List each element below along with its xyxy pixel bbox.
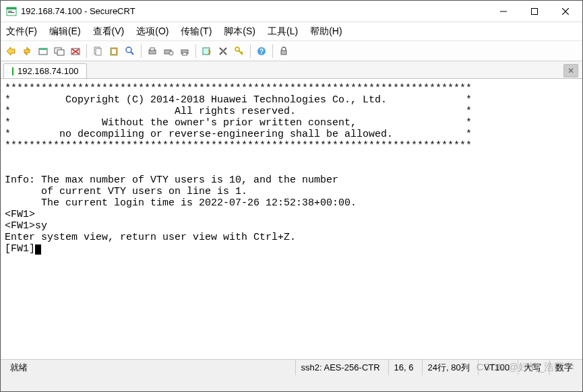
svg-rect-17 [96,48,101,55]
titlebar: 192.168.74.100 - SecureCRT [1,1,582,22]
svg-rect-8 [24,50,30,53]
tab-label: 192.168.74.100 [18,66,78,76]
print-screen-icon[interactable] [177,44,192,59]
print-setup-icon[interactable] [161,44,176,59]
key-icon[interactable] [232,44,247,59]
svg-rect-19 [112,49,116,54]
svg-rect-12 [57,50,64,55]
maximize-button[interactable] [519,1,550,22]
session-options-icon[interactable] [52,44,67,59]
menu-view[interactable]: 查看(V) [93,26,125,38]
menu-script[interactable]: 脚本(S) [224,26,255,38]
quick-connect-icon[interactable] [3,44,18,59]
status-size: 24行, 80列 [422,360,475,375]
svg-line-21 [131,52,133,55]
svg-rect-23 [150,48,154,51]
find-icon[interactable] [123,44,137,59]
window-title: 192.168.74.100 - SecureCRT [21,6,488,16]
svg-rect-10 [39,48,47,50]
svg-rect-37 [281,51,286,55]
lock-icon[interactable] [276,44,291,59]
menu-edit[interactable]: 编辑(E) [49,26,81,38]
menu-help[interactable]: 帮助(H) [310,26,342,38]
separator [86,44,87,58]
sessions-icon[interactable] [36,44,51,59]
terminal-output[interactable]: ****************************************… [1,79,582,359]
svg-rect-5 [532,8,538,14]
cursor [35,244,41,255]
reconnect-icon[interactable] [20,44,34,59]
svg-point-31 [222,50,224,53]
menu-tools[interactable]: 工具(L) [268,26,298,38]
separator [250,44,251,58]
app-icon [6,6,17,17]
menubar: 文件(F) 编辑(E) 查看(V) 选项(O) 传输(T) 脚本(S) 工具(L… [1,22,582,41]
help-icon[interactable]: ? [254,44,269,59]
paste-icon[interactable] [106,44,121,59]
settings-icon[interactable] [216,44,231,59]
toolbar: ? [1,41,582,61]
separator [141,44,142,58]
separator [272,44,273,58]
watermark: CSDN @好的_浩同学 [477,361,574,374]
disconnect-icon[interactable] [68,44,83,59]
tabbar: 192.168.74.100 ✕ [1,61,582,79]
status-protocol: ssh2: AES-256-CTR [295,360,386,375]
status-indicator-icon [12,67,13,75]
close-button[interactable] [550,1,581,22]
separator [195,44,196,58]
svg-rect-2 [8,11,12,11]
menu-file[interactable]: 文件(F) [6,26,37,38]
svg-point-20 [126,47,131,53]
copy-icon[interactable] [90,44,105,59]
minimize-button[interactable] [488,1,519,22]
svg-line-34 [241,52,243,53]
print-icon[interactable] [145,44,160,59]
close-tab-icon[interactable]: ✕ [563,64,578,77]
menu-transfer[interactable]: 传输(T) [181,26,212,38]
status-ready: 就绪 [5,360,293,375]
svg-rect-27 [183,53,187,55]
svg-rect-3 [8,12,14,13]
session-tab[interactable]: 192.168.74.100 [3,63,87,78]
menu-options[interactable]: 选项(O) [136,26,168,38]
status-position: 16, 6 [388,360,419,375]
svg-point-25 [169,51,173,55]
svg-text:?: ? [259,48,264,55]
log-session-icon[interactable] [200,44,214,59]
svg-rect-1 [7,7,16,9]
